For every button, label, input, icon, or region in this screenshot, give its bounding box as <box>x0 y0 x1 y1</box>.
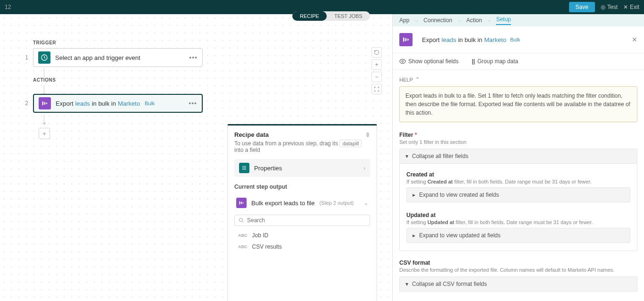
eye-icon <box>399 58 406 65</box>
current-output-label: Current step output <box>234 184 370 190</box>
expand-updated-at-toggle[interactable]: ▸ Expand to view updated at fields <box>406 228 630 243</box>
triangle-down-icon: ▾ <box>405 153 408 159</box>
zoom-in-button[interactable]: + <box>372 59 382 70</box>
breadcrumb-app[interactable]: App <box>399 17 409 24</box>
chevron-right-icon: › <box>363 165 365 171</box>
expand-created-at-toggle[interactable]: ▸ Expand to view created at fields <box>406 187 630 202</box>
output-item-label: CSV results <box>252 243 282 250</box>
step-more-icon[interactable]: ••• <box>189 100 197 107</box>
output-header-row[interactable]: Bulk export leads to file (Step 2 output… <box>234 195 370 211</box>
marketo-icon <box>399 33 413 46</box>
created-at-label: Created at <box>406 171 630 178</box>
created-at-hint: If setting Created at filter, fill in bo… <box>406 179 630 184</box>
updated-at-hint: If setting Updated at filter, fill in bo… <box>406 219 630 225</box>
recipe-canvas: + − TRIGGER 1 Select an app and trigger … <box>0 14 392 301</box>
arrow-icon: → <box>414 18 419 23</box>
filter-hint: Set only 1 filter in this section <box>399 139 637 145</box>
output-meta: (Step 2 output) <box>319 200 354 206</box>
recipe-data-hint: To use data from a previous step, drag i… <box>234 140 370 153</box>
trigger-section-label: TRIGGER <box>33 40 392 45</box>
chevron-down-icon: ⌄ <box>364 200 368 206</box>
expand-icon[interactable]: ⇳ <box>365 132 370 138</box>
filter-label: Filter * <box>399 132 637 138</box>
add-step-button[interactable]: + <box>39 128 50 139</box>
exit-button[interactable]: ✕ Exit <box>623 4 639 10</box>
recipe-data-title: Recipe data <box>234 131 269 138</box>
type-badge: ABC <box>238 244 248 249</box>
config-panel: App → Connection → Action → Setup Export… <box>392 14 644 301</box>
tab-test-jobs[interactable]: TEST JOBS <box>327 11 370 21</box>
target-icon: ◎ <box>601 4 605 10</box>
actions-section-label: ACTIONS <box>33 77 392 83</box>
reset-view-button[interactable] <box>372 47 382 58</box>
close-icon: ✕ <box>623 4 628 10</box>
help-toggle[interactable]: HELP ⌃ <box>399 76 637 83</box>
marketo-icon <box>39 97 51 109</box>
type-badge: ABC <box>238 233 248 238</box>
search-input-wrap[interactable] <box>234 215 370 226</box>
properties-label: Properties <box>254 165 282 172</box>
collapse-filters-toggle[interactable]: ▾ Collapse all filter fields <box>399 149 637 164</box>
config-header: Export leads in bulk in Marketo Bulk ✕ <box>393 26 644 53</box>
action-step-label: Export leads in bulk in Marketo Bulk <box>56 100 155 107</box>
arrow-icon: → <box>487 18 491 23</box>
csv-format-label: CSV format <box>399 259 637 266</box>
tab-recipe[interactable]: RECIPE <box>292 11 327 21</box>
group-map-toggle[interactable]: || Group map data <box>472 58 518 65</box>
triangle-right-icon: ▸ <box>413 232 415 239</box>
recipe-data-panel: Recipe data ⇳ To use data from a previou… <box>227 124 377 301</box>
save-button[interactable]: Save <box>569 2 595 12</box>
connector-arrow <box>44 85 44 94</box>
breadcrumb-connection[interactable]: Connection <box>423 17 452 24</box>
close-button[interactable]: ✕ <box>632 36 637 43</box>
config-title: Export leads in bulk in Marketo Bulk <box>422 36 520 43</box>
svg-line-5 <box>242 221 244 223</box>
search-input[interactable] <box>247 217 366 224</box>
search-icon <box>239 217 244 223</box>
action-step[interactable]: Export leads in bulk in Marketo Bulk ••• <box>33 94 203 113</box>
svg-point-6 <box>402 60 404 62</box>
breadcrumb-left: 12 <box>5 4 11 10</box>
triangle-down-icon: ▾ <box>405 281 408 287</box>
map-icon: || <box>472 58 475 65</box>
chevron-up-icon: ⌃ <box>415 76 420 83</box>
output-item[interactable]: ABC Job ID <box>234 230 370 241</box>
connector-line <box>44 69 44 77</box>
output-item[interactable]: ABC CSV results <box>234 241 370 252</box>
arrow-icon: → <box>457 18 462 23</box>
collapse-csv-toggle[interactable]: ▾ Collapse all CSV format fields <box>399 276 637 292</box>
fit-view-button[interactable] <box>372 84 382 94</box>
tab-switcher: RECIPE TEST JOBS <box>292 11 370 21</box>
output-title: Bulk export leads to file <box>251 200 314 207</box>
csv-format-hint: Describe the formatting of the exported … <box>399 267 637 273</box>
breadcrumb-action[interactable]: Action <box>466 17 482 24</box>
step-num-1: 1 <box>23 54 28 61</box>
step-num-2: 2 <box>23 100 28 107</box>
breadcrumb: App → Connection → Action → Setup <box>393 14 644 26</box>
list-icon <box>239 163 249 173</box>
output-item-label: Job ID <box>252 232 269 239</box>
connector-arrow <box>44 115 44 123</box>
marketo-icon <box>236 198 247 208</box>
breadcrumb-setup[interactable]: Setup <box>496 16 511 25</box>
zoom-out-button[interactable]: − <box>372 72 382 82</box>
help-text: Export leads in bulk to a file. Set 1 fi… <box>399 86 637 122</box>
show-optional-toggle[interactable]: Show optional fields <box>399 58 459 65</box>
trigger-step-label: Select an app and trigger event <box>55 54 140 61</box>
step-more-icon[interactable]: ••• <box>189 54 198 61</box>
test-button[interactable]: ◎ Test <box>601 4 618 10</box>
triangle-right-icon: ▸ <box>413 192 415 198</box>
properties-row[interactable]: Properties › <box>234 159 370 177</box>
trigger-step[interactable]: Select an app and trigger event ••• <box>33 48 203 67</box>
svg-point-4 <box>239 218 243 222</box>
updated-at-label: Updated at <box>406 212 630 218</box>
clock-icon <box>38 51 50 64</box>
